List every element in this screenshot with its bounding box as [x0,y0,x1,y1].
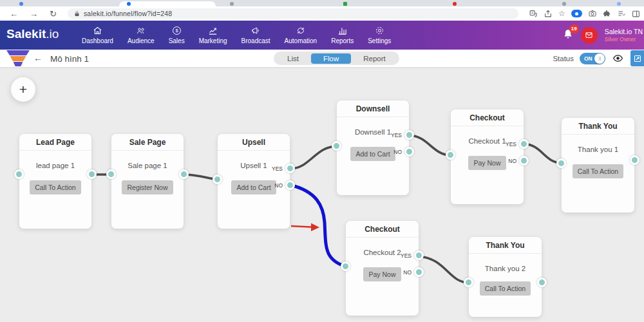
node-cta-button[interactable]: Pay Now [468,156,506,170]
nav-item-dashboard[interactable]: Dashboard [75,21,120,50]
reading-list-icon[interactable] [617,10,626,17]
input-port[interactable] [213,175,222,184]
bookmark-star-icon[interactable]: ☆ [558,9,565,18]
nav-item-audience[interactable]: Audience [120,21,162,50]
browser-toolbar: ← → ↻ salekit.io/funnel/flow?id=248 A ☆ [0,6,644,21]
active-browser-tab[interactable] [119,1,216,6]
input-port[interactable] [14,169,24,179]
flow-node-upsell[interactable]: Upsell Upsell 1 Add to Cart YES NO [218,134,290,229]
node-cta-button[interactable]: Pay Now [363,267,401,281]
node-title: Sale Page [111,134,184,151]
preview-button[interactable] [611,53,625,63]
flow-node-sale-page[interactable]: Sale Page Sale page 1 Register Now [111,134,184,229]
funnel-toolbar: ← Mô hình 1 List Flow Report Status ON [0,50,644,67]
input-port[interactable] [341,261,350,271]
camera-icon[interactable] [588,10,597,17]
yes-output-port[interactable] [285,164,295,173]
flow-node-lead-page[interactable]: Lead Page lead page 1 Call To Action [19,134,91,229]
megaphone-icon [251,26,261,35]
account-info[interactable]: Salekit.io TN Silver Owner [605,28,643,43]
browser-forward-icon[interactable]: → [25,10,43,18]
output-port[interactable] [179,169,189,179]
flow-connections [0,67,644,322]
tab-favicon [343,2,347,6]
yes-label: YES [391,132,402,138]
tab-report[interactable]: Report [351,53,398,64]
back-button[interactable]: ← [33,53,43,63]
input-port[interactable] [106,169,116,179]
no-output-port[interactable] [414,267,424,277]
envelope-icon [585,32,593,39]
node-cta-button[interactable]: Call To Action [30,180,80,194]
translate-icon[interactable]: A [529,10,538,18]
node-title: Checkout [346,221,419,238]
view-tabs: List Flow Report [274,52,399,65]
tab-favicon [617,2,621,6]
flow-node-checkout-1[interactable]: Checkout Checkout 1 Pay Now YES NO [451,109,524,204]
notification-count-badge: 19 [569,24,579,33]
no-output-port[interactable] [519,156,529,166]
node-title: Downsell [337,100,409,117]
flow-node-thank-you-1[interactable]: Thank You Thank you 1 Call To Action [562,118,634,213]
node-cta-button[interactable]: Add to Cart [231,180,276,194]
account-avatar[interactable] [581,27,598,44]
node-title: Lead Page [19,134,91,151]
status-toggle[interactable]: ON [580,53,605,64]
node-subtitle: lead page 1 [19,162,91,169]
loop-icon [296,26,306,35]
browser-back-icon[interactable]: ← [5,10,23,18]
nav-right-section: 19 Salekit.io TN Silver Owner [562,21,643,50]
add-node-button[interactable]: + [11,77,35,102]
nav-item-settings[interactable]: Settings [361,21,398,50]
node-cta-button[interactable]: Call To Action [573,164,623,178]
flow-node-thank-you-2[interactable]: Thank You Thank you 2 Call To Action [469,237,542,317]
node-cta-button[interactable]: Register Now [122,180,173,194]
node-title: Thank You [469,237,542,254]
page-editor-button[interactable] [630,50,644,66]
nav-item-reports[interactable]: Reports [324,21,361,50]
flow-node-downsell[interactable]: Downsell Downsell 1 Add to Cart YES NO [337,100,409,195]
tab-favicon [19,2,23,6]
extensions-puzzle-icon[interactable] [603,10,611,18]
input-port[interactable] [332,141,341,151]
tab-list[interactable]: List [275,53,311,64]
salekit-logo[interactable]: Salekit.io [6,27,59,41]
nav-item-sales[interactable]: $ Sales [162,21,192,50]
flow-node-checkout-2[interactable]: Checkout Checkout 2 Pay Now YES NO [346,221,419,316]
no-output-port[interactable] [285,180,295,190]
no-label: NO [393,149,402,155]
no-output-port[interactable] [404,147,414,156]
yes-label: YES [401,252,412,259]
nav-item-marketing[interactable]: Marketing [192,21,234,50]
input-port[interactable] [556,158,566,168]
tab-flow[interactable]: Flow [311,53,351,64]
input-port[interactable] [446,150,455,160]
yes-label: YES [506,141,516,147]
address-bar[interactable]: salekit.io/funnel/flow?id=248 [68,8,518,19]
yes-output-port[interactable] [414,251,424,260]
node-cta-button[interactable]: Call To Action [480,281,531,296]
output-port[interactable] [87,169,97,179]
output-port[interactable] [630,155,639,165]
account-name: Salekit.io TN [605,28,643,36]
notifications-button[interactable]: 19 [562,28,574,43]
nav-item-broadcast[interactable]: Broadcast [234,21,278,50]
lock-icon [74,10,80,17]
extension-badge-icon[interactable] [571,10,582,17]
svg-text:$: $ [175,28,178,33]
funnel-logo-icon [6,50,30,67]
browser-reload-icon[interactable]: ↻ [45,10,61,18]
nav-item-automation[interactable]: Automation [278,21,325,50]
output-port[interactable] [537,278,547,287]
yes-output-port[interactable] [404,130,414,140]
share-icon[interactable] [544,10,553,18]
node-cta-button[interactable]: Add to Cart [350,147,395,161]
yes-output-port[interactable] [519,139,529,149]
input-port[interactable] [464,278,473,287]
tab-favicon [453,2,457,6]
no-label: NO [508,158,516,164]
yes-label: YES [272,166,283,172]
url-text: salekit.io/funnel/flow?id=248 [84,10,172,17]
flow-canvas[interactable]: + Lead Page lead page 1 Call To Action S… [0,67,644,322]
browser-profile-icon[interactable] [632,10,640,18]
